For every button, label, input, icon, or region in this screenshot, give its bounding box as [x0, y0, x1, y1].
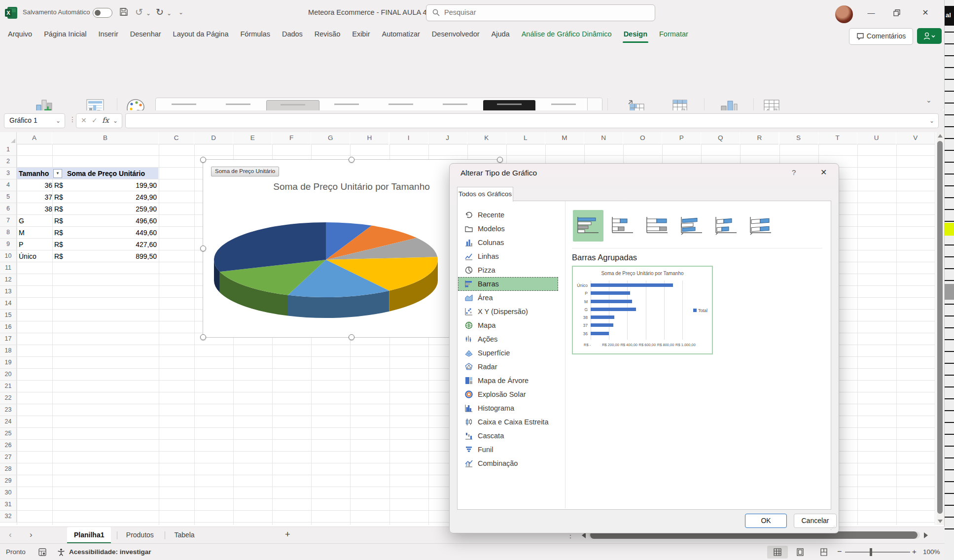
row-header-1[interactable]: 1: [0, 144, 17, 156]
pivot-cell-tamanho[interactable]: G: [17, 215, 52, 227]
quick-access-customize-icon[interactable]: ⌄: [178, 9, 183, 16]
ribbon-tab-dados[interactable]: Dados: [276, 26, 309, 43]
chart-type-pizza[interactable]: Pizza: [458, 263, 558, 277]
chart-handle-bottom-left[interactable]: [200, 334, 206, 340]
dialog-tab-all-charts[interactable]: Todos os Gráficos: [457, 187, 513, 202]
vertical-scrollbar[interactable]: [936, 132, 944, 525]
row-header-15[interactable]: 15: [0, 310, 17, 321]
row-header-30[interactable]: 30: [0, 487, 17, 499]
column-header-L[interactable]: L: [506, 132, 545, 144]
pivot-cell-tamanho[interactable]: 37: [17, 191, 52, 203]
view-page-break-button[interactable]: [813, 546, 834, 559]
row-header-31[interactable]: 31: [0, 499, 17, 511]
zoom-slider[interactable]: [845, 552, 910, 553]
pivot-cell-valor[interactable]: 199,90: [52, 179, 157, 191]
subtype-barras-3d-empilhadas[interactable]: [711, 210, 742, 242]
row-header-14[interactable]: 14: [0, 298, 17, 310]
chart-type-funil[interactable]: Funil: [458, 443, 558, 456]
row-header-9[interactable]: 9: [0, 239, 17, 250]
view-page-layout-button[interactable]: [790, 546, 811, 559]
row-header-5[interactable]: 5: [0, 191, 17, 203]
column-header-H[interactable]: H: [350, 132, 389, 144]
confirm-entry-icon[interactable]: ✓: [92, 116, 98, 124]
column-header-T[interactable]: T: [818, 132, 857, 144]
row-header-2[interactable]: 2: [0, 156, 17, 168]
ribbon-tab-revis-o[interactable]: Revisão: [309, 26, 346, 43]
column-header-V[interactable]: V: [896, 132, 935, 144]
save-icon[interactable]: [119, 7, 128, 16]
row-header-8[interactable]: 8: [0, 227, 17, 239]
ribbon-tab-f-rmulas[interactable]: Fórmulas: [234, 26, 276, 43]
ribbon-tab-ajuda[interactable]: Ajuda: [486, 26, 516, 43]
formula-expand-icon[interactable]: ⌄: [929, 117, 934, 124]
row-header-27[interactable]: 27: [0, 452, 17, 463]
ribbon-tab-design[interactable]: Design: [618, 26, 653, 43]
pivot-cell-valor[interactable]: 427,60: [52, 239, 157, 250]
macro-record-icon[interactable]: [38, 548, 46, 556]
column-header-M[interactable]: M: [545, 132, 584, 144]
pivot-cell-tamanho[interactable]: Único: [17, 250, 52, 262]
chart-type-explosao-solar[interactable]: Explosão Solar: [458, 387, 558, 401]
pivot-cell-valor[interactable]: 496,60: [52, 215, 157, 227]
chart-type-area[interactable]: Área: [458, 291, 558, 305]
row-header-19[interactable]: 19: [0, 357, 17, 369]
pivot-cell-tamanho[interactable]: P: [17, 239, 52, 250]
autosave-toggle[interactable]: [93, 8, 112, 18]
row-header-11[interactable]: 11: [0, 262, 17, 274]
column-header-U[interactable]: U: [857, 132, 896, 144]
column-header-K[interactable]: K: [467, 132, 506, 144]
search-box[interactable]: Pesquisar: [426, 4, 655, 21]
chart-type-mapa-de-arvore[interactable]: Mapa de Árvore: [458, 374, 558, 387]
dialog-resize-grip[interactable]: ⋰: [830, 525, 836, 530]
subtype-barras-100-empilhadas[interactable]: [642, 210, 672, 242]
subtype-barras-3d-100-empilhadas[interactable]: [745, 210, 776, 242]
column-header-O[interactable]: O: [623, 132, 662, 144]
row-header-18[interactable]: 18: [0, 345, 17, 357]
dialog-help-icon[interactable]: ?: [792, 168, 796, 176]
chart-preview-card[interactable]: Soma de Preço Unitário por TamanhoR$ -R$…: [572, 266, 713, 354]
scroll-down-icon[interactable]: [938, 520, 943, 523]
chart-handle-top-right[interactable]: [497, 157, 503, 163]
dialog-close-icon[interactable]: ✕: [820, 168, 827, 177]
name-box[interactable]: Gráfico 1 ⌄: [4, 113, 65, 128]
chart-handle-middle-left[interactable]: [200, 245, 206, 251]
row-header-26[interactable]: 26: [0, 440, 17, 452]
row-header-3[interactable]: 3: [0, 168, 17, 179]
pivot-cell-valor[interactable]: 249,90: [52, 191, 157, 203]
zoom-in-icon[interactable]: +: [912, 547, 917, 556]
pivot-cell-valor[interactable]: 899,50: [52, 250, 157, 262]
column-header-A[interactable]: A: [17, 132, 52, 144]
row-header-4[interactable]: 4: [0, 179, 17, 191]
column-header-E[interactable]: E: [233, 132, 272, 144]
column-header-F[interactable]: F: [272, 132, 311, 144]
column-header-P[interactable]: P: [662, 132, 701, 144]
row-header-24[interactable]: 24: [0, 416, 17, 428]
row-header-13[interactable]: 13: [0, 286, 17, 298]
chart-type-modelos[interactable]: Modelos: [458, 222, 558, 236]
chart-type-recente[interactable]: Recente: [458, 208, 558, 222]
cancel-entry-icon[interactable]: ✕: [81, 116, 87, 124]
pivot-cell-tamanho[interactable]: M: [17, 227, 52, 239]
row-header-17[interactable]: 17: [0, 333, 17, 345]
sheet-tab-produtos[interactable]: Produtos: [119, 527, 161, 544]
close-button[interactable]: ✕: [918, 6, 933, 20]
pivot-cell-valor[interactable]: 259,90: [52, 203, 157, 215]
vertical-scroll-thumb[interactable]: [937, 141, 943, 514]
chart-type-colunas[interactable]: Colunas: [458, 236, 558, 249]
row-header-22[interactable]: 22: [0, 392, 17, 404]
row-header-32[interactable]: 32: [0, 511, 17, 523]
undo-icon[interactable]: ↺: [135, 6, 143, 18]
share-button[interactable]: [917, 28, 942, 44]
ribbon-tab-desenhar[interactable]: Desenhar: [124, 26, 167, 43]
chart-handle-bottom-middle[interactable]: [349, 334, 354, 340]
accessibility-icon[interactable]: [57, 548, 65, 556]
chart-type-histograma[interactable]: Histograma: [458, 401, 558, 415]
ribbon-tab-an-lise-de-gr-fico-din-mico[interactable]: Análise de Gráfico Dinâmico: [516, 26, 618, 43]
sheet-next-icon[interactable]: ›: [30, 530, 33, 540]
ribbon-tab-exibir[interactable]: Exibir: [346, 26, 376, 43]
column-header-R[interactable]: R: [740, 132, 778, 144]
chart-handle-top-left[interactable]: [200, 157, 206, 163]
column-header-N[interactable]: N: [584, 132, 623, 144]
row-header-20[interactable]: 20: [0, 369, 17, 381]
row-header-6[interactable]: 6: [0, 203, 17, 215]
